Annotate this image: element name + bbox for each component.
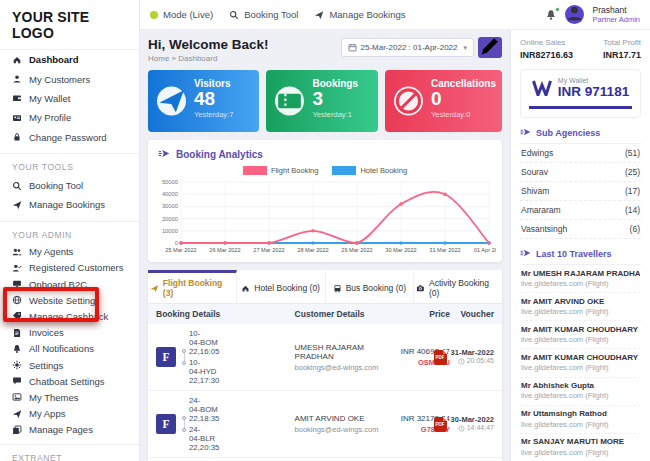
- voucher-time-text: 14:44:47: [467, 424, 494, 433]
- users-icon: [12, 247, 22, 257]
- arrive-time: 10-04-22,17:30: [189, 358, 197, 385]
- booking-tool-label: Booking Tool: [244, 9, 298, 20]
- customer-name: UMESH RAJARAM PRADHAN: [295, 343, 400, 361]
- booking-tabs: Flight Booking (3)Hotel Booking (0)Bus B…: [148, 270, 502, 304]
- sidebar-item-manage-pages[interactable]: Manage Pages: [0, 422, 139, 438]
- traveller-row: Mr SANJAY MARUTI MORElive.glidefares.com…: [520, 434, 641, 461]
- stat-card-value: 48: [194, 89, 253, 109]
- sidebar-item-my-wallet[interactable]: My Wallet: [0, 89, 139, 108]
- tab-activity-booking-0[interactable]: Activity Booking (0): [414, 270, 502, 303]
- topbar-manage-bookings-link[interactable]: Manage Bookings: [314, 9, 405, 20]
- sidebar-item-invoices[interactable]: Invoices: [0, 325, 139, 341]
- travellers-title: Last 10 Travellers: [536, 249, 612, 259]
- notifications-bell-icon[interactable]: [545, 9, 557, 21]
- sidebar-item-manage-bookings[interactable]: Manage Bookings: [0, 195, 139, 214]
- sidebar-item-my-themes[interactable]: My Themes: [0, 389, 139, 405]
- traveller-source: live.glidefares.com (Flight): [521, 391, 640, 401]
- mode-toggle[interactable]: Mode (Live): [150, 9, 213, 20]
- avatar-user-icon: [565, 4, 584, 25]
- site-logo: YOUR SITE LOGO: [0, 0, 139, 50]
- sidebar-item-label: Settings: [29, 360, 63, 371]
- route-marker-icon: [182, 416, 186, 432]
- stat-cards-row: Visitors48Yesterday:7Bookings3Yesterday:…: [148, 70, 502, 132]
- notification-badge: [555, 7, 560, 12]
- sidebar-item-settings[interactable]: Settings: [0, 357, 139, 373]
- wallet-icon: [12, 93, 22, 103]
- svg-text:50000: 50000: [162, 179, 178, 185]
- user-check-icon: [12, 263, 22, 273]
- wallet-card[interactable]: My Wallet INR 971181: [520, 69, 641, 118]
- sidebar-item-manage-cashback[interactable]: Manage Cashback: [0, 308, 139, 324]
- route-marker-icon: [182, 349, 186, 365]
- home-icon: [241, 284, 250, 293]
- content-area: Hi, Welcome Back! Home » Dashboard 25-Ma…: [140, 30, 510, 461]
- traveller-name: Mr AMIT KUMAR CHOUDHARY: [521, 325, 640, 335]
- traveller-source: live.glidefares.com (Flight): [521, 307, 640, 317]
- chart-wrap: Flight BookingHotel Booking 010000200003…: [148, 166, 502, 262]
- manage-bookings-label: Manage Bookings: [329, 9, 405, 20]
- invoice-icon: [12, 328, 22, 338]
- sidebar-item-onboard-b2c[interactable]: Onboard B2C: [0, 276, 139, 292]
- wallet-value: INR 971181: [558, 84, 629, 99]
- user-meta[interactable]: Prashant Partner Admin: [592, 5, 640, 24]
- sidebar-item-my-apps[interactable]: My Apps: [0, 406, 139, 422]
- tab-label: Bus Booking (0): [346, 283, 406, 293]
- legend-item-flight-booking: Flight Booking: [243, 166, 319, 175]
- customer-name: AMIT ARVIND OKE: [295, 414, 400, 423]
- sidebar-item-booking-tool[interactable]: Booking Tool: [0, 176, 139, 195]
- stat-card-subtitle: Yesterday:7: [194, 110, 253, 119]
- topbar-booking-tool-link[interactable]: Booking Tool: [229, 9, 298, 20]
- sidebar-item-registered-customers[interactable]: Registered Customers: [0, 260, 139, 276]
- tab-flight-booking-3[interactable]: Flight Booking (3): [148, 270, 237, 303]
- user-name: Prashant: [592, 5, 640, 15]
- column-header-customer-details: Customer Details: [295, 309, 400, 319]
- plane-icon: [12, 200, 22, 210]
- edit-date-button[interactable]: [478, 37, 502, 58]
- sidebar-item-my-customers[interactable]: My Customers: [0, 69, 139, 88]
- pdf-icon[interactable]: PDF: [434, 417, 447, 432]
- stat-card-value: 3: [312, 89, 371, 109]
- traveller-source: live.glidefares.com (Flight): [521, 363, 640, 373]
- sidebar-item-label: My Customers: [29, 74, 90, 85]
- travellers-section: Last 10 Travellers Mr UMESH RAJARAM PRAD…: [520, 248, 641, 461]
- traveller-name: Mr AMIT ARVIND OKE: [521, 297, 640, 307]
- flight-type-badge: F: [156, 414, 176, 434]
- sidebar-item-all-notifications[interactable]: All Notifications: [0, 341, 139, 357]
- sidebar-item-dashboard[interactable]: Dashboard: [0, 50, 139, 69]
- column-header-voucher: Voucher: [450, 309, 494, 319]
- booking-details-cell: F10-04-22,16:05BOM10-04-22,17:30HYD: [156, 329, 295, 385]
- table-row[interactable]: F24-04-22,18:35BOM24-04-22,20:35BLRAMIT …: [148, 391, 502, 458]
- tab-hotel-booking-0[interactable]: Hotel Booking (0): [237, 270, 326, 303]
- traveller-name: Mr Abhishek Gupta: [521, 381, 640, 391]
- agency-row-sourav: Sourav(25): [520, 163, 641, 182]
- traveller-source: live.glidefares.com (Flight): [521, 279, 640, 289]
- tag-icon: [12, 311, 22, 321]
- sidebar-item-website-setting[interactable]: Website Setting: [0, 292, 139, 308]
- sidebar-item-label: Change Password: [29, 132, 107, 143]
- clock-icon: [458, 425, 465, 432]
- monitor-icon: [12, 279, 22, 289]
- plane-icon: [314, 10, 324, 20]
- sidebar-item-my-agents[interactable]: My Agents: [0, 244, 139, 260]
- sidebar-item-change-password[interactable]: Change Password: [0, 128, 139, 147]
- table-row[interactable]: F10-04-22,16:05BOM10-04-22,17:30HYDUMESH…: [148, 324, 502, 391]
- pdf-icon[interactable]: PDF: [434, 350, 447, 365]
- date-range-picker[interactable]: 25-Mar-2022 : 01-Apr-2022 ▾: [341, 38, 474, 57]
- online-sales: Online Sales INR82716.63: [520, 38, 573, 60]
- depart-code: BOM: [200, 338, 218, 347]
- sidebar-item-chatboat-settings[interactable]: Chatboat Settings: [0, 373, 139, 389]
- sidebar-item-my-profile[interactable]: My Profile: [0, 108, 139, 127]
- booking-analytics-header: Booking Analytics: [148, 140, 502, 165]
- svg-text:25 Mar 2022: 25 Mar 2022: [165, 247, 196, 253]
- sub-agencies-list: Edwings(51)Sourav(25)Shivam(17)Amararam(…: [520, 144, 641, 239]
- customer-email: bookings@ed-wings.com: [295, 425, 400, 434]
- chart-legend: Flight BookingHotel Booking: [154, 166, 496, 175]
- tab-bus-booking-0[interactable]: Bus Booking (0): [326, 270, 415, 303]
- total-profit-value: INR17.71: [603, 50, 641, 60]
- plane-icon: [150, 284, 159, 293]
- arrive-code: HYD: [200, 367, 218, 376]
- bell-icon: [545, 12, 557, 23]
- sidebar-group-label-extranet: EXTRANET: [0, 445, 139, 461]
- wallet-label: My Wallet: [558, 77, 629, 84]
- user-avatar[interactable]: [565, 5, 584, 24]
